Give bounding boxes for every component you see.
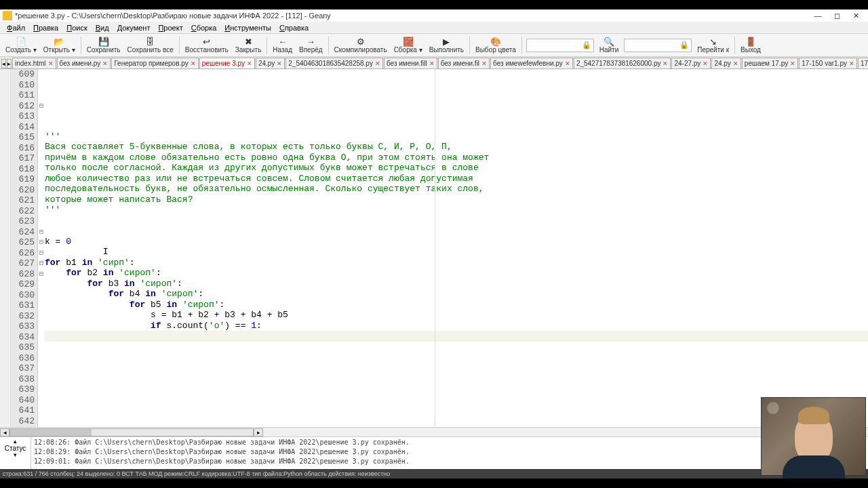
- code-line[interactable]: ''': [45, 205, 868, 216]
- code-line[interactable]: только после согласной. Каждая из других…: [45, 163, 868, 174]
- menu-проект[interactable]: Проект: [154, 24, 186, 32]
- tab-close-icon[interactable]: ✕: [663, 60, 668, 67]
- code-line[interactable]: [45, 373, 868, 384]
- toolbar-Выбор цвета[interactable]: 🎨Выбор цвета: [473, 35, 519, 56]
- code-line[interactable]: k = 0: [45, 237, 868, 247]
- tab-9[interactable]: 2_542717837381626000.py✕: [574, 58, 671, 68]
- code-line[interactable]: [45, 100, 868, 110]
- tab-close-icon[interactable]: ✕: [191, 60, 196, 67]
- code-line[interactable]: которые может написать Вася?: [45, 195, 868, 205]
- code-line[interactable]: [45, 352, 868, 363]
- close-button[interactable]: ✕: [846, 10, 865, 21]
- tab-7[interactable]: без имени.fil✕: [438, 58, 490, 68]
- tab-close-icon[interactable]: ✕: [790, 60, 795, 67]
- tab-14[interactable]: 17-150 va.py✕: [858, 58, 868, 68]
- tab-5[interactable]: 2_540463018635428258.py✕: [285, 58, 383, 68]
- tab-scroll-left[interactable]: ◂: [1, 59, 6, 68]
- toolbar-Выход[interactable]: 🚪Выход: [738, 35, 764, 56]
- msg-down-icon[interactable]: ▾: [14, 452, 17, 458]
- tab-close-icon[interactable]: ✕: [733, 60, 738, 67]
- toolbar-Создать[interactable]: 📄Создать ▾: [3, 35, 39, 56]
- code-line[interactable]: [45, 216, 868, 226]
- tab-13[interactable]: 17-150 var1.py✕: [799, 58, 857, 68]
- scroll-thumb[interactable]: [10, 429, 92, 436]
- tab-11[interactable]: 24.py✕: [711, 58, 741, 68]
- code-line[interactable]: [45, 394, 868, 405]
- tab-close-icon[interactable]: ✕: [48, 60, 54, 67]
- code-line[interactable]: if s.count('о') == 1:: [45, 321, 868, 331]
- tab-close-icon[interactable]: ✕: [481, 60, 487, 67]
- tab-1[interactable]: без имени.py✕: [57, 58, 111, 68]
- fold-column[interactable]: ⊟⊟⊟⊟⊟⊟: [38, 69, 45, 427]
- minimize-button[interactable]: —: [808, 10, 827, 21]
- toolbar-Перейти к[interactable]: ↘Перейти к: [694, 35, 732, 56]
- menu-справка[interactable]: Справка: [275, 24, 313, 32]
- tab-close-icon[interactable]: ✕: [703, 60, 708, 67]
- code-line[interactable]: [45, 331, 868, 342]
- tab-close-icon[interactable]: ✕: [429, 60, 435, 67]
- code-line[interactable]: [45, 426, 868, 428]
- code-line[interactable]: [45, 110, 868, 121]
- code-line[interactable]: любое количество раз или не встречаться …: [45, 174, 868, 184]
- code-line[interactable]: for b5 in 'сироп':: [45, 300, 868, 310]
- menu-инструменты[interactable]: Инструменты: [220, 24, 275, 32]
- code-line[interactable]: [45, 121, 868, 131]
- tab-close-icon[interactable]: ✕: [849, 60, 854, 67]
- toolbar-Закрыть[interactable]: ✖Закрыть: [233, 35, 264, 56]
- code-line[interactable]: Вася составляет 5-буквенные слова, в кот…: [45, 142, 868, 152]
- toolbar-Найти[interactable]: 🔍Найти: [597, 35, 622, 56]
- tab-10[interactable]: 24-27.py✕: [671, 58, 711, 68]
- tab-close-icon[interactable]: ✕: [277, 60, 282, 67]
- tab-8[interactable]: без имеwefewfевни.py✕: [490, 58, 573, 68]
- tab-close-icon[interactable]: ✕: [375, 60, 380, 67]
- toolbar-Вперёд[interactable]: →Вперёд: [296, 35, 326, 56]
- toolbar-Сохранить все[interactable]: 🗄Сохранить все: [125, 35, 176, 56]
- code-line[interactable]: [45, 405, 868, 415]
- toolbar-Восстановить[interactable]: ↩Восстановить: [182, 35, 231, 56]
- menu-документ[interactable]: Документ: [113, 24, 155, 32]
- code-line[interactable]: I: [45, 247, 868, 258]
- code-line[interactable]: [45, 363, 868, 373]
- code-line[interactable]: [45, 226, 868, 237]
- scroll-track[interactable]: [9, 428, 254, 436]
- menu-файл[interactable]: Файл: [3, 24, 29, 32]
- toolbar-Открыть[interactable]: 📂Открыть ▾: [41, 35, 78, 56]
- code-line[interactable]: for b4 in 'сироп':: [45, 289, 868, 300]
- toolbar-Сохранить[interactable]: 💾Сохранить: [84, 35, 123, 56]
- tab-2[interactable]: Генератор примеров.py✕: [111, 58, 198, 68]
- tab-3[interactable]: решение 3.py✕: [199, 58, 255, 68]
- code-line[interactable]: последовательность букв, не обязательно …: [45, 184, 868, 195]
- code-line[interactable]: ''': [45, 131, 868, 142]
- maximize-button[interactable]: ◻: [827, 10, 846, 21]
- code-line[interactable]: for b3 in 'сироп':: [45, 279, 868, 289]
- code-line[interactable]: [45, 342, 868, 352]
- scroll-right-button[interactable]: ▸: [254, 428, 263, 436]
- menu-правка[interactable]: Правка: [29, 24, 62, 32]
- code-line[interactable]: s = b1 + b2 + b3 + b4 + b5: [45, 310, 868, 321]
- code-line[interactable]: [45, 384, 868, 394]
- toolbar-Скомпилировать[interactable]: ⚙Скомпилировать: [332, 35, 390, 56]
- code-line[interactable]: for b1 in 'сирп':: [45, 258, 868, 268]
- menu-сборка[interactable]: Сборка: [187, 24, 221, 32]
- tab-6[interactable]: без имени.fill✕: [384, 58, 437, 68]
- menu-вид[interactable]: Вид: [92, 24, 113, 32]
- tab-close-icon[interactable]: ✕: [247, 60, 252, 67]
- msg-up-icon[interactable]: ▴: [14, 439, 17, 445]
- tab-0[interactable]: index.html✕: [12, 58, 56, 68]
- code-line[interactable]: [45, 415, 868, 426]
- toolbar-search-input[interactable]: 🔒: [624, 39, 692, 52]
- menu-поиск[interactable]: Поиск: [62, 24, 91, 32]
- code-line[interactable]: for b2 in 'сироп':: [45, 268, 868, 279]
- tab-close-icon[interactable]: ✕: [102, 60, 108, 67]
- tab-4[interactable]: 24.py✕: [256, 58, 285, 68]
- scroll-left-button[interactable]: ◂: [0, 428, 9, 436]
- horizontal-scrollbar[interactable]: ◂ ▸: [0, 427, 868, 436]
- toolbar-Назад[interactable]: ←Назад: [270, 35, 295, 56]
- editor-area[interactable]: 6096106116126136146156166176186196206216…: [0, 69, 868, 427]
- code-content[interactable]: '''Вася составляет 5-буквенные слова, в …: [45, 69, 868, 427]
- tab-close-icon[interactable]: ✕: [565, 60, 570, 67]
- tab-12[interactable]: решаем 17.py✕: [742, 58, 798, 68]
- toolbar-Сборка[interactable]: 🧱Сборка ▾: [391, 35, 425, 56]
- tab-scroll-right[interactable]: ▸: [7, 59, 12, 68]
- toolbar-search-input[interactable]: 🔒: [526, 39, 594, 52]
